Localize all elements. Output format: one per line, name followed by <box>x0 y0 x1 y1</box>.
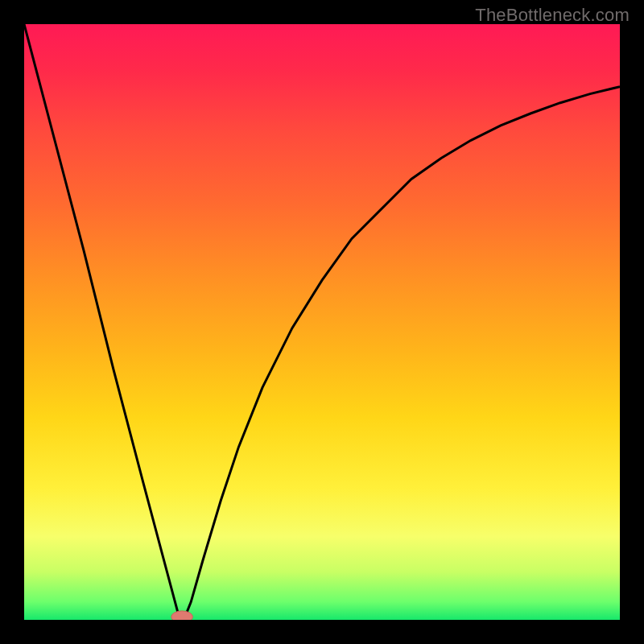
watermark-text: TheBottleneck.com <box>475 5 630 26</box>
chart-frame: TheBottleneck.com <box>0 0 644 644</box>
curve-layer <box>24 24 620 620</box>
minimum-marker <box>171 611 193 620</box>
bottleneck-curve <box>24 24 620 617</box>
plot-area <box>24 24 620 620</box>
